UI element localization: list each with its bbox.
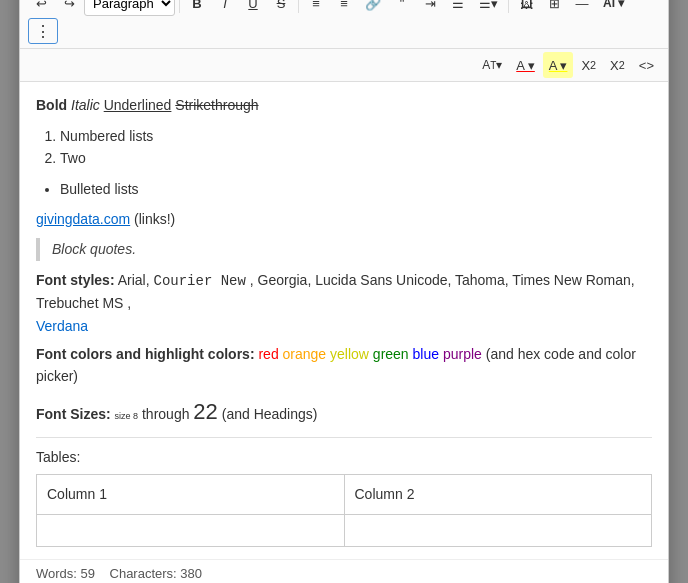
ai-button[interactable]: AI ▾ xyxy=(597,0,630,16)
ordered-list-button[interactable]: ≡ xyxy=(331,0,357,16)
font-sizes-paragraph: Font Sizes: size 8 through 22 (and Headi… xyxy=(36,394,652,429)
hr-button[interactable]: — xyxy=(569,0,595,16)
separator-3 xyxy=(508,0,509,13)
quote-button[interactable]: " xyxy=(389,0,415,16)
text-underlined: Underlined xyxy=(104,97,172,113)
font-color-button[interactable]: A ▾ xyxy=(510,52,541,78)
text-bold: Bold xyxy=(36,97,67,113)
secondary-toolbar: AT ▾ A ▾ A ▾ X2 X2 <> xyxy=(20,49,668,82)
font-styles-label: Font styles: xyxy=(36,272,115,288)
redo-button[interactable]: ↪ xyxy=(56,0,82,16)
subscript-button[interactable]: X2 xyxy=(604,52,631,78)
color-orange: orange xyxy=(283,346,327,362)
editor-area[interactable]: Bold Italic Underlined Strikethrough Num… xyxy=(20,82,668,558)
table-header-col2: Column 2 xyxy=(344,475,652,514)
table-header-col1: Column 1 xyxy=(37,475,345,514)
undo-button[interactable]: ↩ xyxy=(28,0,54,16)
link-suffix: (links!) xyxy=(130,211,175,227)
separator-1 xyxy=(179,0,180,13)
formatting-line: Bold Italic Underlined Strikethrough xyxy=(36,94,652,116)
more-options-button[interactable]: ⋮ xyxy=(28,18,58,44)
link-button[interactable]: 🔗 xyxy=(359,0,387,16)
blockquote: Block quotes. xyxy=(36,238,652,260)
image-button[interactable]: 🖼 xyxy=(513,0,539,16)
table-button[interactable]: ⊞ xyxy=(541,0,567,16)
text-strikethrough: Strikethrough xyxy=(175,97,258,113)
indent-button[interactable]: ⇥ xyxy=(417,0,443,16)
color-purple: purple xyxy=(443,346,482,362)
modal-backdrop: Click to see additionalformatting option… xyxy=(0,0,688,583)
code-button[interactable]: <> xyxy=(633,52,660,78)
horizontal-rule xyxy=(36,437,652,438)
list-item: Two xyxy=(60,147,652,169)
link-line: givingdata.com (links!) xyxy=(36,208,652,230)
font-size-large: 22 xyxy=(193,399,217,424)
font-colors-paragraph: Font colors and highlight colors: red or… xyxy=(36,343,652,388)
bulleted-list: Bulleted lists xyxy=(60,178,652,200)
superscript-button[interactable]: X2 xyxy=(575,52,602,78)
underline-button[interactable]: U xyxy=(240,0,266,16)
bold-button[interactable]: B xyxy=(184,0,210,16)
words-count: 59 xyxy=(81,566,95,581)
numbered-list: Numbered lists Two xyxy=(60,125,652,170)
words-label: Words: xyxy=(36,566,77,581)
modal-dialog: 🗒 My Notes × ↩ ↪ Paragraph Heading 1 Hea… xyxy=(19,0,669,583)
table-cell-empty-1 xyxy=(37,514,345,546)
main-toolbar: ↩ ↪ Paragraph Heading 1 Heading 2 B I U … xyxy=(20,0,668,49)
color-blue: blue xyxy=(413,346,439,362)
footer-stats: Words: 59 Characters: 380 xyxy=(20,559,668,583)
tables-label: Tables: xyxy=(36,446,652,468)
font-sizes-label: Font Sizes: xyxy=(36,406,111,422)
font-colors-label: Font colors and highlight colors: xyxy=(36,346,255,362)
list-item: Numbered lists xyxy=(60,125,652,147)
highlight-button[interactable]: A ▾ xyxy=(543,52,574,78)
chars-label: Characters: xyxy=(110,566,177,581)
format-text-button[interactable]: AT ▾ xyxy=(476,52,508,78)
paragraph-select[interactable]: Paragraph Heading 1 Heading 2 xyxy=(84,0,175,16)
verdana-text: Verdana xyxy=(36,315,652,337)
list-item: Bulleted lists xyxy=(60,178,652,200)
table-cell-empty-2 xyxy=(344,514,652,546)
font-size-small: size 8 xyxy=(115,411,139,421)
color-red: red xyxy=(258,346,278,362)
italic-button[interactable]: I xyxy=(212,0,238,16)
table-row-header: Column 1 Column 2 xyxy=(37,475,652,514)
align-left-button[interactable]: ☰ xyxy=(445,0,471,16)
strikethrough-button[interactable]: S xyxy=(268,0,294,16)
color-green: green xyxy=(373,346,409,362)
unordered-list-button[interactable]: ≡ xyxy=(303,0,329,16)
color-yellow: yellow xyxy=(330,346,369,362)
table-row-empty xyxy=(37,514,652,546)
font-styles-paragraph: Font styles: Arial, Courier New , Georgi… xyxy=(36,269,652,337)
notes-table: Column 1 Column 2 xyxy=(36,474,652,546)
link[interactable]: givingdata.com xyxy=(36,211,130,227)
align-button[interactable]: ☰▾ xyxy=(473,0,504,16)
separator-2 xyxy=(298,0,299,13)
chars-count: 380 xyxy=(180,566,202,581)
table-section: Tables: Column 1 Column 2 xyxy=(36,446,652,547)
text-italic: Italic xyxy=(71,97,100,113)
